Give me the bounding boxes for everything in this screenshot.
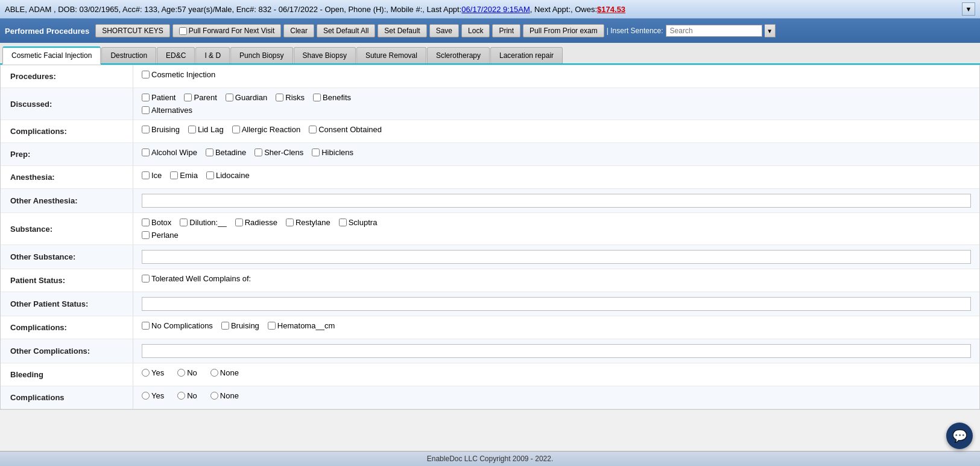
discussed-guardian-checkbox[interactable] <box>226 94 233 101</box>
discussed-benefits-checkbox[interactable] <box>313 94 321 101</box>
discussed-benefits-label: Benefits <box>323 93 351 102</box>
discussed-row2: Alternatives <box>142 106 971 115</box>
complications3-row: Complications Yes No None <box>1 386 979 409</box>
pull-forward-checkbox[interactable] <box>179 27 187 35</box>
subst-perlane-item: Perlane <box>142 231 179 240</box>
prep-alcohol-checkbox[interactable] <box>142 148 150 156</box>
prep-label: Prep: <box>1 143 133 165</box>
clear-button[interactable]: Clear <box>283 24 314 37</box>
comp3-none-label: None <box>220 391 239 400</box>
tab-suture-removal[interactable]: Suture Removal <box>356 47 426 63</box>
cosmetic-injection-checkbox[interactable] <box>142 71 150 78</box>
discussed-alternatives-label: Alternatives <box>151 106 192 115</box>
anesth-ice-label: Ice <box>151 171 162 180</box>
subst-botox-checkbox[interactable] <box>142 219 150 226</box>
other-anesthesia-input[interactable] <box>142 194 971 208</box>
subst-restylane-checkbox[interactable] <box>286 219 294 226</box>
comp2-nocomp-item: No Complications <box>142 321 213 330</box>
comp2-hematoma-label: Hematoma__cm <box>277 321 335 330</box>
comp-lid-lag-label: Lid Lag <box>198 125 224 134</box>
subst-perlane-checkbox[interactable] <box>142 231 150 239</box>
comp3-yes-radio[interactable] <box>142 392 150 400</box>
complications2-content: No Complications Bruising Hematoma__cm <box>133 316 979 335</box>
other-substance-input[interactable] <box>142 250 971 264</box>
discussed-parent-item: Parent <box>184 93 217 102</box>
tab-i-and-d[interactable]: I & D <box>195 47 230 63</box>
tab-punch-biopsy[interactable]: Punch Biopsy <box>230 47 292 63</box>
comp-allergic-checkbox[interactable] <box>232 126 240 133</box>
prep-sherclens-label: Sher-Clens <box>264 148 303 157</box>
bleeding-row: Bleeding Yes No None <box>1 363 979 386</box>
pull-forward-check[interactable]: Pull Forward For Next Visit <box>172 24 281 37</box>
comp3-none-radio[interactable] <box>210 392 218 400</box>
tab-laceration-repair[interactable]: Laceration repair <box>490 47 563 63</box>
tab-sclerotherapy[interactable]: Sclerotherapy <box>427 47 490 63</box>
search-dropdown-arrow[interactable]: ▼ <box>765 24 776 37</box>
patient-status-tolerated-checkbox[interactable] <box>142 275 150 282</box>
comp-bruising-checkbox[interactable] <box>142 126 150 133</box>
subst-radiesse-item: Radiesse <box>235 218 277 227</box>
search-input[interactable] <box>666 25 762 37</box>
patient-bar: ABLE, ADAM , DOB: 03/02/1965, Acc#: 133,… <box>0 0 980 19</box>
shortcut-keys-button[interactable]: SHORTCUT KEYS <box>95 24 170 37</box>
complications1-label: Complications: <box>1 120 133 142</box>
tab-destruction[interactable]: Destruction <box>101 47 156 63</box>
discussed-alternatives-item: Alternatives <box>142 106 192 115</box>
save-button[interactable]: Save <box>429 24 459 37</box>
tab-cosmetic-facial-injection[interactable]: Cosmetic Facial Injection <box>2 46 101 65</box>
discussed-guardian-item: Guardian <box>226 93 267 102</box>
anesth-lidocaine-checkbox[interactable] <box>206 171 214 179</box>
comp2-nocomp-checkbox[interactable] <box>142 322 150 330</box>
other-complications-content <box>133 339 979 363</box>
print-button[interactable]: Print <box>492 24 520 37</box>
anesth-emia-item: Emia <box>170 171 198 180</box>
discussed-alternatives-checkbox[interactable] <box>142 106 150 114</box>
prep-hibiclens-item: Hibiclens <box>312 148 353 157</box>
comp2-bruising-checkbox[interactable] <box>221 322 229 330</box>
anesth-ice-item: Ice <box>142 171 162 180</box>
tab-shave-biopsy[interactable]: Shave Biopsy <box>294 47 356 63</box>
discussed-risks-label: Risks <box>285 93 305 102</box>
anesth-ice-checkbox[interactable] <box>142 171 150 179</box>
set-default-button[interactable]: Set Default <box>378 24 426 37</box>
subst-scluptra-checkbox[interactable] <box>339 219 347 226</box>
prep-sherclens-checkbox[interactable] <box>254 148 262 156</box>
comp-consent-checkbox[interactable] <box>309 126 317 133</box>
substance-row: Substance: Botox Dilution:__ Radiesse Re… <box>1 213 979 245</box>
bleeding-none-radio[interactable] <box>210 369 218 377</box>
prep-hibiclens-checkbox[interactable] <box>312 148 320 156</box>
anesth-emia-checkbox[interactable] <box>170 171 178 179</box>
complications3-label: Complications <box>1 386 133 409</box>
lock-button[interactable]: Lock <box>461 24 490 37</box>
pull-from-prior-button[interactable]: Pull From Prior exam <box>523 24 604 37</box>
prep-row: Prep: Alcohol Wipe Betadine Sher-Clens H… <box>1 143 979 166</box>
discussed-parent-checkbox[interactable] <box>184 94 192 101</box>
owes-link[interactable]: $174.53 <box>597 5 625 14</box>
bleeding-yes-radio[interactable] <box>142 369 150 377</box>
comp2-bruising-item: Bruising <box>221 321 259 330</box>
comp3-no-radio[interactable] <box>177 392 185 400</box>
tab-edc[interactable]: ED&C <box>157 47 195 63</box>
comp-lid-lag-checkbox[interactable] <box>188 126 196 133</box>
comp2-bruising-label: Bruising <box>231 321 259 330</box>
other-patient-status-input[interactable] <box>142 297 971 311</box>
chat-button[interactable]: 💬 <box>946 423 973 449</box>
discussed-patient-checkbox[interactable] <box>142 94 150 101</box>
subst-dilution-checkbox[interactable] <box>180 219 188 226</box>
bleeding-no-radio[interactable] <box>177 369 185 377</box>
subst-radiesse-checkbox[interactable] <box>235 219 243 226</box>
dropdown-arrow[interactable]: ▼ <box>962 2 975 16</box>
subst-restylane-label: Restylane <box>296 218 330 227</box>
last-appt-link[interactable]: 06/17/2022 9:15AM <box>461 5 530 14</box>
discussed-patient-item: Patient <box>142 93 175 102</box>
toolbar-label: Performed Procedures <box>5 27 89 36</box>
other-complications-input[interactable] <box>142 344 971 358</box>
set-default-all-button[interactable]: Set Default All <box>317 24 375 37</box>
subst-botox-item: Botox <box>142 218 171 227</box>
comp2-hematoma-checkbox[interactable] <box>268 322 276 330</box>
substance-content: Botox Dilution:__ Radiesse Restylane Scl… <box>133 213 979 244</box>
comp-consent-label: Consent Obtained <box>318 125 382 134</box>
complications2-label: Complications: <box>1 316 133 339</box>
prep-betadine-checkbox[interactable] <box>206 148 213 156</box>
discussed-risks-checkbox[interactable] <box>276 94 283 101</box>
